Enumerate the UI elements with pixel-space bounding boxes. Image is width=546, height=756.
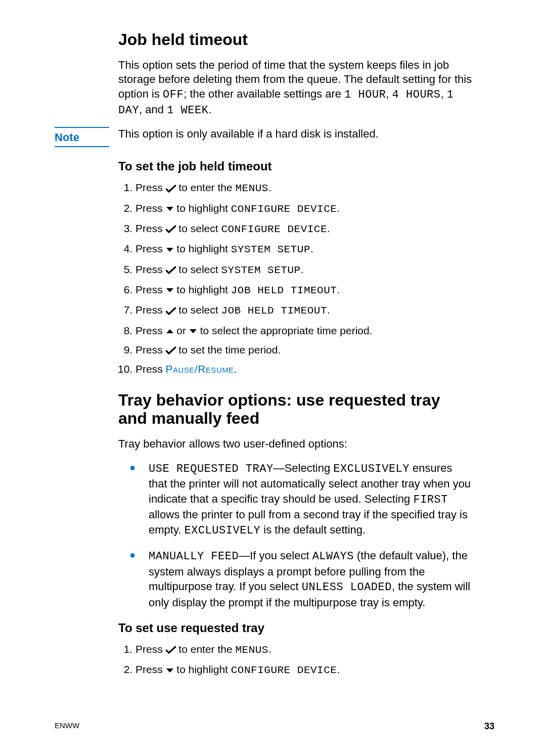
step-smallcaps: Pause/Resume — [166, 363, 234, 375]
step-mono: MENUS — [235, 644, 268, 656]
list-item: Press to select CONFIGURE DEVICE. — [135, 221, 472, 237]
step-mono: JOB HELD TIMEOUT — [221, 305, 327, 317]
page-footer: ENWW 33 — [55, 721, 494, 732]
list-item: Press to highlight JOB HELD TIMEOUT. — [135, 283, 472, 298]
list-item: Press to highlight CONFIGURE DEVICE. — [135, 201, 472, 216]
step-mono: CONFIGURE DEVICE — [231, 203, 337, 215]
step-text: Press — [135, 223, 166, 234]
bullet-text: —If you select — [239, 549, 312, 562]
note-label: Note — [55, 131, 79, 144]
note-label-column: Note — [55, 127, 118, 147]
bullet-mono: MANUALLY FEED — [149, 550, 239, 563]
step-text: Press — [135, 284, 166, 295]
step-text: . — [301, 263, 304, 275]
step-text: Press — [135, 363, 166, 375]
checkmark-icon — [166, 185, 176, 193]
step-text: . — [268, 643, 271, 655]
intro-text-10: . — [208, 103, 211, 116]
step-text: to highlight — [174, 284, 231, 295]
step-text: . — [337, 202, 340, 214]
step-text: to select — [176, 223, 221, 234]
heading-job-held-timeout: Job held timeout — [118, 30, 472, 49]
step-text: to enter the — [176, 643, 236, 655]
page-number: 33 — [484, 721, 494, 732]
step-text: . — [234, 363, 237, 375]
step-mono: MENUS — [235, 183, 268, 194]
step-text: . — [337, 284, 340, 295]
steps-list-1: Press to enter the MENUS.Press to highli… — [118, 181, 472, 376]
step-mono: JOB HELD TIMEOUT — [231, 285, 337, 296]
list-item: Press to enter the MENUS. — [135, 642, 472, 657]
step-mono: CONFIGURE DEVICE — [221, 224, 327, 235]
page-content: Job held timeout This option sets the pe… — [55, 30, 494, 692]
step-text: Press — [135, 663, 166, 675]
list-item: Press to enter the MENUS. — [135, 181, 472, 196]
step-mono: SYSTEM SETUP — [221, 264, 300, 276]
bullet-mono: UNLESS LOADED — [302, 581, 392, 594]
intro-mono-4hours: 4 HOURS — [392, 88, 441, 101]
step-text: . — [327, 223, 330, 234]
intro-mono-1week: 1 WEEK — [167, 104, 208, 117]
step-mono: SYSTEM SETUP — [231, 244, 310, 255]
intro-text-6: , — [441, 87, 447, 100]
intro-text-4: , — [386, 87, 392, 100]
footer-left: ENWW — [55, 721, 79, 732]
step-text: . — [337, 663, 340, 675]
step-text: to set the time period. — [176, 344, 281, 355]
step-text: . — [310, 243, 313, 254]
tray-intro: Tray behavior allows two user-defined op… — [118, 437, 472, 452]
down-arrow-icon — [189, 328, 197, 334]
intro-text-8: , and — [139, 103, 167, 116]
checkmark-icon — [166, 266, 176, 274]
down-arrow-icon — [166, 287, 174, 293]
bullet-mono: EXCLUSIVELY — [333, 463, 410, 475]
step-text: Press — [135, 325, 166, 336]
intro-text-2: ; the other available settings are — [184, 87, 344, 100]
step-text: Press — [135, 202, 166, 214]
step-text: to select — [176, 304, 221, 316]
intro-mono-1hour: 1 HOUR — [344, 88, 386, 101]
note-rule-top — [55, 127, 109, 128]
list-item: Press to select JOB HELD TIMEOUT. — [135, 303, 472, 318]
intro-paragraph: This option sets the period of time that… — [118, 58, 472, 118]
bullet-mono: EXCLUSIVELY — [185, 524, 261, 537]
step-text: to highlight — [174, 202, 231, 214]
checkmark-icon — [166, 346, 176, 354]
bullet-text: is the default setting. — [260, 523, 366, 536]
step-text: to select the appropriate time period. — [197, 325, 373, 336]
step-text: to select — [176, 263, 221, 275]
checkmark-icon — [166, 225, 176, 233]
subsection-set-job-held-timeout: To set the job held timeout Press to ent… — [118, 159, 472, 376]
step-text: . — [268, 182, 271, 193]
up-arrow-icon — [166, 328, 174, 334]
down-arrow-icon — [166, 668, 174, 674]
bullet-text: —Selecting — [274, 462, 334, 474]
step-text: Press — [135, 263, 166, 275]
tray-options-bullet-list: USE REQUESTED TRAY—Selecting EXCLUSIVELY… — [118, 461, 472, 610]
step-text: . — [327, 304, 330, 316]
step-text: Press — [135, 182, 166, 193]
step-text: Press — [135, 643, 166, 655]
down-arrow-icon — [166, 247, 174, 253]
note-text: This option is only available if a hard … — [118, 127, 494, 142]
section-tray-behavior: Tray behavior options: use requested tra… — [118, 391, 472, 678]
note-block: Note This option is only available if a … — [55, 127, 494, 147]
subheading-set-job-held-timeout: To set the job held timeout — [118, 159, 472, 173]
bullet-mono: ALWAYS — [312, 550, 354, 563]
list-item: MANUALLY FEED—If you select ALWAYS (the … — [149, 548, 472, 610]
steps-list-2: Press to enter the MENUS.Press to highli… — [118, 642, 472, 678]
step-text: to enter the — [176, 182, 236, 193]
checkmark-icon — [166, 646, 176, 654]
list-item: Press to highlight SYSTEM SETUP. — [135, 242, 472, 257]
list-item: Press to highlight CONFIGURE DEVICE. — [135, 662, 472, 678]
subheading-set-use-requested-tray: To set use requested tray — [118, 621, 472, 635]
list-item: USE REQUESTED TRAY—Selecting EXCLUSIVELY… — [149, 461, 472, 538]
section-job-held-timeout: Job held timeout This option sets the pe… — [118, 30, 472, 118]
list-item: Press or to select the appropriate time … — [135, 324, 472, 338]
down-arrow-icon — [166, 206, 174, 212]
step-text: Press — [135, 243, 166, 254]
step-text: to highlight — [174, 663, 231, 675]
step-text: to highlight — [174, 243, 231, 254]
step-text: or — [174, 325, 189, 336]
bullet-mono: USE REQUESTED TRAY — [149, 463, 274, 475]
